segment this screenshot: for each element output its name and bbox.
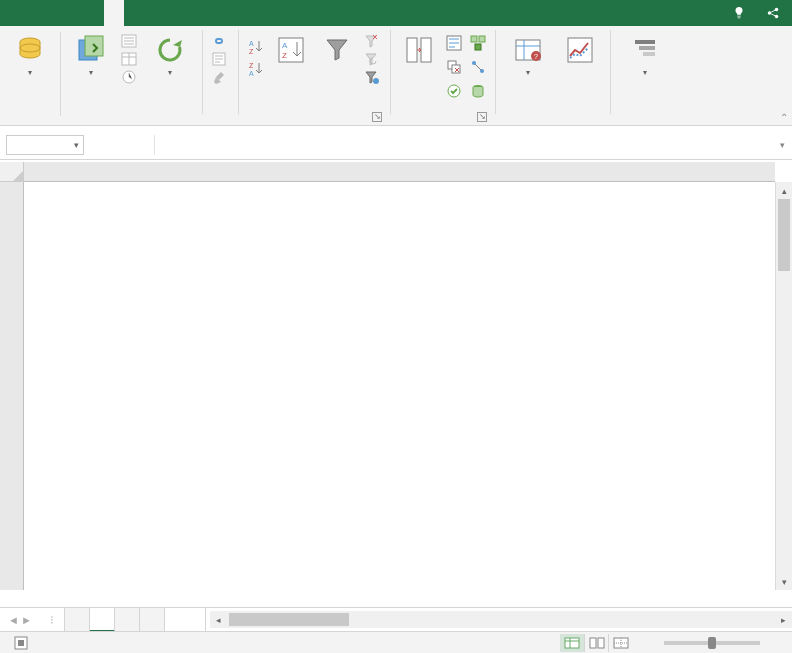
flash-fill-button[interactable] (443, 32, 465, 54)
sheet-tab-2[interactable] (115, 608, 140, 632)
tab-review[interactable] (124, 0, 144, 26)
chevron-down-icon[interactable]: ▾ (74, 140, 79, 150)
svg-rect-34 (568, 38, 592, 62)
row-headers (0, 182, 24, 590)
group-sort-filter: AZ ZA AZ ↘ (241, 26, 388, 125)
group-label-sort-filter: ↘ (245, 120, 384, 125)
group-connections (205, 26, 236, 125)
group-label-forecast (502, 120, 604, 125)
svg-text:A: A (282, 41, 288, 50)
scroll-up-button[interactable]: ▴ (776, 182, 792, 199)
sort-desc-button[interactable]: ZA (245, 58, 267, 80)
dialog-launcher-icon[interactable]: ↘ (477, 112, 487, 122)
group-label-outline (617, 120, 673, 125)
manage-data-model-button[interactable] (467, 80, 489, 102)
reapply-button[interactable] (361, 50, 384, 68)
sort-button[interactable]: AZ (269, 28, 313, 70)
refresh-all-button[interactable]: ▾ (144, 28, 196, 79)
tab-data-chart[interactable] (204, 0, 224, 26)
formula-input[interactable] (154, 135, 772, 155)
sheet-nav-prev[interactable]: ◄ (8, 614, 19, 626)
dialog-launcher-icon[interactable]: ↘ (372, 112, 382, 122)
scroll-thumb-v[interactable] (778, 199, 790, 271)
collapse-ribbon-icon[interactable]: ⌃ (780, 112, 788, 123)
show-queries-button[interactable] (119, 32, 142, 50)
sort-icon: AZ (275, 34, 307, 66)
chevron-down-icon: ▾ (168, 68, 172, 77)
new-query-button[interactable]: ▾ (65, 28, 117, 79)
filter-button[interactable] (315, 28, 359, 70)
forecast-sheet-button[interactable] (556, 28, 604, 70)
relationships-button[interactable] (467, 56, 489, 78)
vertical-scrollbar[interactable]: ▴ ▾ (775, 182, 792, 590)
scroll-right-button[interactable]: ▸ (775, 611, 792, 628)
refresh-icon (154, 34, 186, 66)
link-icon (211, 33, 227, 49)
sheet-tab-bar: ◄ ► ⁝ ◂ ▸ (0, 607, 792, 631)
database-icon (14, 34, 46, 66)
text-to-columns-button[interactable] (397, 28, 441, 70)
tab-formulas[interactable] (84, 0, 104, 26)
scroll-down-button[interactable]: ▾ (776, 573, 792, 590)
from-table-button[interactable] (119, 50, 142, 68)
sort-asc-button[interactable]: AZ (245, 36, 267, 58)
tab-home[interactable] (24, 0, 44, 26)
tab-view[interactable] (144, 0, 164, 26)
scroll-left-button[interactable]: ◂ (210, 611, 227, 628)
tab-power-pivot[interactable] (224, 0, 244, 26)
horizontal-scrollbar[interactable]: ◂ ▸ (210, 608, 792, 631)
zoom-slider[interactable] (664, 641, 760, 645)
get-external-data-button[interactable]: ▾ (4, 28, 56, 79)
status-bar (0, 631, 792, 653)
group-label-connections (209, 120, 232, 125)
text-to-cols-icon (403, 34, 435, 66)
expand-formula-bar[interactable]: ▾ (772, 140, 792, 150)
sort-desc-icon: ZA (247, 60, 265, 78)
consolidate-button[interactable] (467, 32, 489, 54)
tab-developer[interactable] (164, 0, 184, 26)
tab-split-handle[interactable]: ⁝ (40, 613, 64, 627)
clear-filter-button[interactable] (361, 32, 384, 50)
edit-links-button[interactable] (209, 68, 232, 86)
sheet-tab-3[interactable] (140, 608, 165, 632)
tab-file[interactable] (0, 0, 24, 26)
name-box[interactable]: ▾ (6, 135, 84, 155)
select-all-corner[interactable] (0, 162, 24, 182)
tab-insert[interactable] (44, 0, 64, 26)
scroll-thumb-h[interactable] (229, 613, 349, 626)
sheet-tab-1[interactable] (90, 608, 115, 632)
remove-duplicates-button[interactable] (443, 56, 465, 78)
whatif-button[interactable]: ? ▾ (502, 28, 554, 79)
data-validation-button[interactable] (443, 80, 465, 102)
connections-button[interactable] (209, 32, 232, 50)
macro-record-icon[interactable] (14, 636, 28, 650)
view-normal-button[interactable] (560, 634, 584, 652)
tab-data[interactable] (104, 0, 124, 26)
view-page-break-button[interactable] (608, 634, 632, 652)
properties-button[interactable] (209, 50, 232, 68)
share-button[interactable] (758, 6, 792, 20)
advanced-filter-button[interactable] (361, 68, 384, 86)
outline-button[interactable]: ▾ (617, 28, 673, 79)
menu-tabs (0, 0, 792, 26)
ribbon: ▾ ▾ ▾ (0, 26, 792, 126)
cells-area[interactable] (24, 182, 775, 590)
clear-icon (363, 33, 379, 49)
funnel-icon (321, 34, 353, 66)
view-page-layout-button[interactable] (584, 634, 608, 652)
zoom-thumb[interactable] (708, 637, 716, 649)
sheet-nav: ◄ ► (0, 614, 40, 626)
data-model-icon (470, 83, 486, 99)
svg-text:Z: Z (282, 51, 287, 60)
svg-point-2 (775, 15, 779, 19)
sheet-tab-0[interactable] (64, 608, 90, 632)
sheet-nav-next[interactable]: ► (21, 614, 32, 626)
tab-page-layout[interactable] (64, 0, 84, 26)
edit-link-icon (211, 69, 227, 85)
chevron-down-icon: ▾ (526, 68, 530, 77)
recent-sources-button[interactable] (119, 68, 142, 86)
tell-me[interactable] (724, 6, 758, 20)
svg-rect-40 (565, 638, 579, 648)
tab-help[interactable] (184, 0, 204, 26)
svg-text:?: ? (534, 53, 538, 60)
